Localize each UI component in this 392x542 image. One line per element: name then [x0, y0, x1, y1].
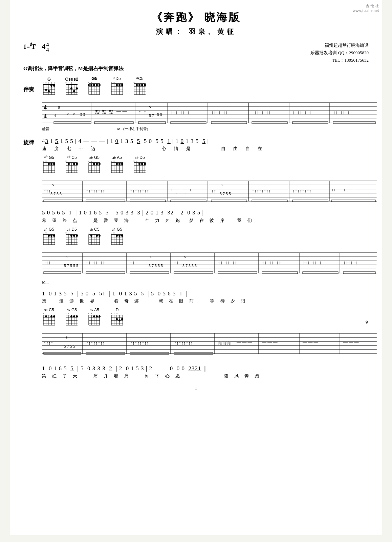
- svg-point-80: [144, 84, 146, 86]
- svg-point-198: [138, 163, 140, 165]
- svg-rect-123: [138, 122, 166, 124]
- svg-text:×: ×: [45, 232, 47, 234]
- page-number: 1: [23, 386, 369, 391]
- chord-G5-r3b: 3fr G5 × ×: [110, 227, 124, 246]
- svg-point-184: [118, 163, 121, 165]
- m-annotation: M...: [42, 280, 369, 285]
- svg-text:5 7 5 5: 5 7 5 5: [64, 344, 75, 349]
- svg-text:↑↑↑↑↑↑↑↑: ↑↑↑↑↑↑↑↑: [252, 188, 271, 193]
- svg-text:×: ×: [113, 312, 115, 315]
- svg-point-301: [116, 235, 118, 237]
- svg-point-64: [121, 84, 123, 86]
- chord-G5-r2b-name: 3fr G5: [89, 155, 100, 160]
- chord-C5-r2-name: 3fr C5: [67, 155, 77, 160]
- svg-text:4: 4: [54, 113, 56, 118]
- svg-text:↑: ↑: [144, 109, 146, 115]
- info-right: 福州超越琴行晓海编谱 乐器批发培训 QQ：290905820 TEL：18050…: [310, 42, 369, 64]
- chord-G5-r2: 3fr G5 × ×: [42, 155, 56, 174]
- segno-mark: 𝄋: [366, 319, 369, 327]
- instruction-line: G调指法，降半音调弦，M是指右手制音弹法: [23, 65, 369, 72]
- svg-point-302: [118, 235, 121, 237]
- svg-text:.: .: [176, 191, 177, 195]
- melody-section-3: 1 0 1 3 5 5 | 5 0 5 51 | 1 0 1 3 5 5 | 5…: [23, 289, 369, 304]
- svg-text:↑↑↑: ↑↑↑: [130, 260, 137, 265]
- svg-text:×: ×: [111, 160, 112, 163]
- svg-text:↑: ↑: [138, 109, 141, 115]
- svg-rect-126: [252, 122, 287, 124]
- svg-point-353: [45, 315, 47, 317]
- svg-rect-244: [252, 200, 287, 202]
- chord-C5-r2-svg: ×: [65, 160, 79, 174]
- svg-text:S: S: [184, 255, 186, 259]
- chord-G5-r3-svg: × ×: [42, 232, 56, 246]
- svg-point-11: [48, 90, 50, 92]
- svg-text:×: ×: [68, 232, 69, 234]
- chord-G5-r4: 3fr G5 × ×: [65, 308, 79, 327]
- svg-rect-125: [211, 122, 247, 124]
- svg-point-185: [121, 163, 123, 165]
- svg-text:↑↑: ↑↑: [174, 260, 179, 265]
- svg-text:↑↑↑↑↑↑: ↑↑↑↑↑↑: [343, 260, 357, 265]
- svg-point-259: [53, 235, 55, 237]
- chord-C5-1: 3C5 ×: [133, 76, 147, 96]
- svg-rect-338: [174, 272, 213, 274]
- svg-text:×: ×: [68, 82, 69, 84]
- svg-point-46: [90, 84, 92, 86]
- svg-text:↑: ↑: [343, 187, 346, 192]
- chord-D5-r2-name: 5fr D5: [135, 155, 145, 160]
- svg-text:.: .: [341, 191, 342, 195]
- tab-staff-svg-2: S 5 7 5 5 ↑↑↑ ↑↑↑↑↑↑↑↑ ↑↑↑↑↑↑↑↑ ↑ . ↑ . …: [42, 175, 377, 203]
- svg-text:4: 4: [44, 113, 47, 120]
- note-seq-1: 43 1 5 1 5 5 | 4 — — — | 1 0 1 3 5 5 5 0…: [42, 138, 209, 144]
- svg-point-303: [121, 235, 123, 237]
- svg-text:S: S: [221, 183, 223, 187]
- svg-text:×: ×: [136, 160, 137, 163]
- svg-rect-122: [94, 122, 133, 124]
- svg-text:— — —: — — —: [236, 339, 253, 345]
- svg-text:5 7 5 5: 5 7 5 5: [220, 191, 231, 196]
- svg-text:↑↑↑↑↑↑↑↑: ↑↑↑↑↑↑↑↑: [218, 260, 237, 265]
- svg-text:×: ×: [88, 160, 89, 163]
- chord-G: G ×: [42, 77, 56, 96]
- svg-text:×: ×: [111, 312, 112, 315]
- svg-text:×: ×: [43, 82, 44, 84]
- svg-text:×: ×: [88, 81, 89, 84]
- svg-text:○: ○: [53, 82, 55, 84]
- chord-G5-1-name: G5: [91, 76, 97, 81]
- chord-C5-1-diagram: ×: [133, 81, 147, 96]
- lyrics-2: 希 望 终 点 是 爱 琴 海 全 力 奔 跑 梦 在 彼 岸 我 们: [42, 217, 369, 224]
- svg-point-382: [93, 315, 95, 317]
- chord-A5-r2: 4fr A5 × ×: [110, 155, 124, 174]
- melody-section-1: 旋律 43 1 5 1 5 5 | 4 — — — | 1 0 1 3 5 5 …: [23, 137, 369, 152]
- svg-text:×: ×: [66, 112, 69, 117]
- info-line3: TEL：18050175632: [310, 57, 369, 64]
- svg-text:×: ×: [113, 160, 115, 163]
- chord-C5-r2: 3fr C5 ×: [65, 155, 79, 174]
- svg-point-169: [96, 163, 98, 165]
- svg-point-155: [73, 163, 75, 165]
- svg-text:↑↑↑↑↑↑↑↑: ↑↑↑↑↑↑↑↑: [130, 188, 149, 193]
- accompaniment-section: 伴奏 G: [23, 76, 369, 131]
- svg-text:↑↑↑↑↑↑↑↑: ↑↑↑↑↑↑↑↑: [262, 260, 281, 265]
- svg-rect-336: [86, 272, 125, 274]
- svg-point-399: [121, 318, 123, 320]
- svg-text:×: ×: [88, 312, 89, 315]
- info-line2: 乐器批发培训 QQ：290905820: [310, 49, 369, 57]
- chord-A5-r4-name: 4fr A5: [90, 308, 99, 312]
- svg-text:↑↑↑↑↑↑↑↑: ↑↑↑↑↑↑↑↑: [130, 341, 149, 346]
- svg-point-289: [99, 235, 101, 237]
- watermark: 吉 他 社 www.jitashe.net: [353, 3, 379, 13]
- chord-D5-1-diagram: × ×: [110, 81, 124, 96]
- svg-rect-242: [171, 200, 206, 202]
- svg-text:.: .: [195, 191, 196, 195]
- chord-G5-r2b-svg: × ×: [87, 160, 102, 174]
- melody-section-2: 5 0 5 6 5 1 | 1 0 1 6 5 5 | 5 0 3 3 3 | …: [23, 208, 369, 223]
- svg-point-31: [76, 87, 78, 89]
- svg-rect-128: [333, 122, 375, 124]
- info-line1: 福州超越琴行晓海编谱: [310, 42, 369, 49]
- svg-text:○: ○: [48, 82, 49, 84]
- svg-text:≋: ≋: [108, 108, 114, 116]
- svg-text:5 7 5 5 5: 5 7 5 5 5: [64, 263, 78, 268]
- chord-C5-r4-svg: ×: [42, 312, 56, 327]
- svg-point-79: [141, 84, 143, 86]
